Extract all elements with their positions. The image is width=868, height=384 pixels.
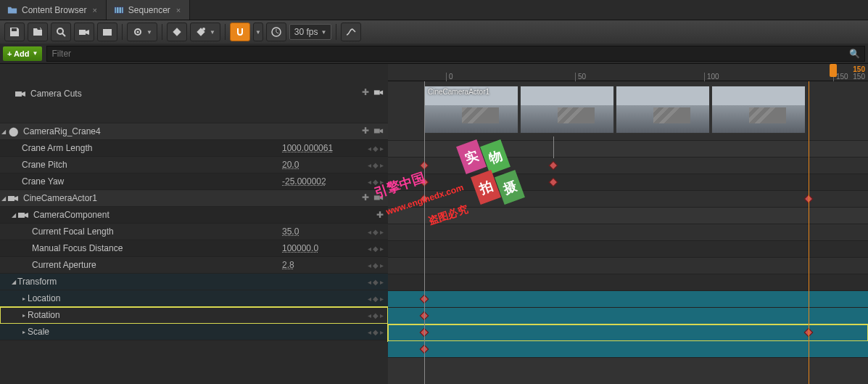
timeline-body[interactable]: CineCameraActor1 xyxy=(388,81,868,384)
track-aperture[interactable]: Current Aperture 2.8 ◂◆▸ xyxy=(0,257,388,274)
prop-value[interactable]: 100000.0 xyxy=(282,243,347,253)
track-focal-length[interactable]: Current Focal Length 35.0 ◂◆▸ xyxy=(0,224,388,240)
next-key-icon[interactable]: ▸ xyxy=(380,161,384,169)
search-button[interactable] xyxy=(51,23,71,41)
prev-key-icon[interactable]: ◂ xyxy=(368,311,371,319)
browse-button[interactable] xyxy=(28,23,48,41)
camera-button[interactable] xyxy=(74,23,94,41)
prev-key-icon[interactable]: ◂ xyxy=(368,178,371,186)
prev-key-icon[interactable]: ◂ xyxy=(368,295,371,303)
tl-row-arm[interactable] xyxy=(388,158,868,174)
expand-icon[interactable]: ◢ xyxy=(10,212,17,218)
next-key-icon[interactable]: ▸ xyxy=(380,328,384,336)
expand-icon[interactable]: ◢ xyxy=(0,195,7,202)
snap-options-button[interactable]: ▼ xyxy=(253,23,263,41)
next-key-icon[interactable]: ▸ xyxy=(380,228,384,236)
filter-input-wrap[interactable]: 🔍 xyxy=(46,46,865,62)
prop-value[interactable]: -25.000002 xyxy=(282,176,347,187)
add-key-icon[interactable]: ◆ xyxy=(373,228,379,236)
save-button[interactable] xyxy=(4,23,25,41)
tl-row-transform[interactable] xyxy=(388,291,868,308)
add-key-icon[interactable]: ◆ xyxy=(373,161,379,169)
tl-row-rotation[interactable] xyxy=(388,324,868,341)
add-key-icon[interactable]: ◆ xyxy=(373,328,379,336)
next-key-icon[interactable]: ▸ xyxy=(380,178,384,186)
track-crane-pitch[interactable]: Crane Pitch 20.0 ◂◆▸ xyxy=(0,157,388,173)
prev-key-icon[interactable]: ◂ xyxy=(368,278,371,286)
filter-input[interactable] xyxy=(51,49,849,59)
camera-icon[interactable] xyxy=(373,87,384,99)
prev-key-icon[interactable]: ◂ xyxy=(368,261,371,269)
autokey-button[interactable]: ▼ xyxy=(190,23,220,41)
expand-icon[interactable]: ◢ xyxy=(0,128,7,135)
prev-key-icon[interactable]: ◂ xyxy=(368,144,371,152)
time-ruler[interactable]: 150 150 0 50 100 150 xyxy=(388,64,868,81)
add-key-icon[interactable]: ◆ xyxy=(373,278,379,286)
camera-cut-thumb[interactable] xyxy=(711,86,806,134)
camera-cut-thumb[interactable]: CineCameraActor1 xyxy=(424,86,518,134)
track-crane-arm[interactable]: Crane Arm Length 1000.000061 ◂◆▸ xyxy=(0,140,388,157)
plus-icon[interactable]: ✚ xyxy=(362,87,369,99)
tl-row-focus[interactable] xyxy=(388,258,868,274)
camera-icon[interactable] xyxy=(373,126,384,138)
keyframe[interactable] xyxy=(549,161,558,171)
tab-content-browser[interactable]: Content Browser × xyxy=(0,0,107,20)
fps-dropdown[interactable]: 30 fps ▼ xyxy=(289,24,332,40)
expand-icon[interactable]: ▸ xyxy=(20,312,28,319)
snap-button[interactable] xyxy=(230,23,250,41)
close-icon[interactable]: × xyxy=(175,6,182,15)
track-location[interactable]: ▸ Location ◂◆▸ xyxy=(0,290,388,307)
add-key-icon[interactable]: ◆ xyxy=(373,261,379,269)
track-transform[interactable]: ◢ Transform ◂◆▸ xyxy=(0,274,388,290)
add-key-icon[interactable]: ◆ xyxy=(373,311,379,319)
track-rotation[interactable]: ▸ Rotation ◂◆▸ xyxy=(0,307,388,324)
tl-row-component[interactable] xyxy=(388,224,868,241)
camera-icon[interactable] xyxy=(373,192,384,205)
tl-row-scale[interactable] xyxy=(388,341,868,358)
close-icon[interactable]: × xyxy=(91,6,98,15)
track-focus-distance[interactable]: Manual Focus Distance 100000.0 ◂◆▸ xyxy=(0,240,388,257)
next-key-icon[interactable]: ▸ xyxy=(380,278,384,286)
add-key-icon[interactable]: ◆ xyxy=(373,178,379,186)
playhead-marker[interactable] xyxy=(830,64,837,77)
track-camera-component[interactable]: ◢ CameraComponent ✚ xyxy=(0,207,388,224)
tl-row-camera[interactable] xyxy=(388,208,868,224)
prev-key-icon[interactable]: ◂ xyxy=(368,228,371,236)
add-key-icon[interactable]: ◆ xyxy=(373,144,379,152)
expand-icon[interactable]: ▸ xyxy=(20,329,28,335)
tl-row-yaw[interactable] xyxy=(388,191,868,208)
camera-cut-thumb[interactable] xyxy=(616,86,710,134)
tl-row-focal[interactable] xyxy=(388,241,868,258)
timeline[interactable]: 150 150 0 50 100 150 CineCameraActor1 xyxy=(388,64,868,384)
next-key-icon[interactable]: ▸ xyxy=(380,311,384,319)
curve-editor-button[interactable] xyxy=(341,23,361,41)
track-crane-yaw[interactable]: Crane Yaw -25.000002 ◂◆▸ xyxy=(0,173,388,190)
plus-icon[interactable]: ✚ xyxy=(362,192,369,205)
plus-icon[interactable]: ✚ xyxy=(362,126,369,138)
expand-icon[interactable]: ◢ xyxy=(10,279,17,285)
prop-value[interactable]: 20.0 xyxy=(282,160,347,170)
next-key-icon[interactable]: ▸ xyxy=(380,144,384,152)
prev-key-icon[interactable]: ◂ xyxy=(368,245,371,253)
camera-cut-thumb[interactable] xyxy=(520,86,614,134)
playhead-line[interactable] xyxy=(809,81,809,384)
prop-value[interactable]: 35.0 xyxy=(282,226,347,237)
view-options-button[interactable]: ▼ xyxy=(127,23,157,41)
add-button[interactable]: + Add ▼ xyxy=(3,46,42,61)
next-key-icon[interactable]: ▸ xyxy=(380,245,384,253)
next-key-icon[interactable]: ▸ xyxy=(380,261,384,269)
prev-key-icon[interactable]: ◂ xyxy=(368,161,371,169)
prop-value[interactable]: 2.8 xyxy=(282,260,347,270)
key-button[interactable] xyxy=(167,23,187,41)
expand-icon[interactable]: ▸ xyxy=(20,295,28,302)
tl-row-rig[interactable] xyxy=(388,141,868,158)
tl-row-camera-cuts[interactable]: CineCameraActor1 xyxy=(388,81,868,141)
render-button[interactable] xyxy=(97,23,117,41)
track-scale[interactable]: ▸ Scale ◂◆▸ xyxy=(0,324,388,340)
tab-sequencer[interactable]: Sequencer × xyxy=(107,0,190,20)
next-key-icon[interactable]: ▸ xyxy=(380,295,384,303)
track-cinecamera[interactable]: ◢ CineCameraActor1 ✚ xyxy=(0,190,388,207)
time-button[interactable] xyxy=(266,23,286,41)
add-key-icon[interactable]: ◆ xyxy=(373,245,379,253)
track-camerarig[interactable]: ◢ ⬤ CameraRig_Crane4 ✚ xyxy=(0,123,388,140)
